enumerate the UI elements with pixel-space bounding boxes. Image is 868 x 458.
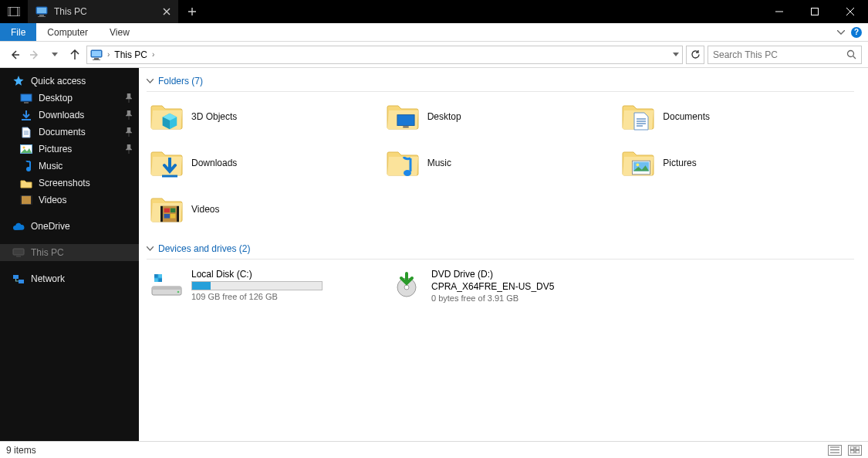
sidebar-label: This PC: [31, 247, 64, 258]
folder-item-3d-objects[interactable]: 3D Objects: [147, 98, 383, 135]
folder-label: Downloads: [191, 158, 237, 168]
svg-rect-19: [20, 195, 22, 205]
folder-label: Documents: [663, 111, 710, 122]
svg-point-16: [26, 167, 31, 171]
sidebar-item-label: Documents: [39, 127, 86, 137]
pictures-overlay-icon: [632, 158, 650, 177]
maximize-icon: [811, 8, 819, 15]
sidebar-item-pictures[interactable]: Pictures: [0, 141, 139, 158]
drive-info: Local Disk (C:)109 GB free of 126 GB: [191, 269, 323, 301]
music-icon: [20, 160, 32, 172]
folder-item-pictures[interactable]: Pictures: [618, 144, 854, 182]
sidebar-item-desktop[interactable]: Desktop: [0, 90, 139, 107]
group-header-drives[interactable]: Devices and drives (2): [147, 242, 854, 260]
svg-rect-34: [171, 209, 175, 213]
desktop-icon: [20, 92, 32, 104]
body: Quick access DesktopDownloadsDocumentsPi…: [0, 68, 868, 441]
svg-rect-5: [38, 16, 46, 17]
new-tab-button[interactable]: [178, 0, 206, 23]
status-item-count: 9 items: [6, 445, 36, 456]
drive-usage-bar: [191, 281, 323, 290]
cloud-icon: [12, 220, 25, 232]
pin-icon: [125, 93, 133, 103]
ribbon-expand-button[interactable]: [837, 30, 845, 35]
view-large-icons-button[interactable]: [848, 445, 862, 456]
group-header-label: Folders (7): [158, 76, 203, 87]
sidebar-item-videos[interactable]: Videos: [0, 192, 139, 209]
chevron-down-icon: [147, 79, 154, 83]
folder-icon: [621, 148, 655, 178]
folder-item-downloads[interactable]: Downloads: [147, 144, 383, 182]
sidebar-onedrive[interactable]: OneDrive: [0, 218, 139, 235]
svg-rect-22: [16, 256, 21, 257]
folder-item-desktop[interactable]: Desktop: [383, 98, 619, 135]
taskview-icon: [8, 7, 20, 16]
tab-close-button[interactable]: [163, 8, 171, 15]
sidebar-this-pc[interactable]: This PC: [0, 244, 139, 261]
plus-icon: [187, 7, 197, 16]
minimize-button[interactable]: [762, 0, 797, 23]
crumb-separator[interactable]: ›: [107, 50, 110, 59]
ribbon-file-label: File: [11, 27, 25, 38]
help-button[interactable]: ?: [851, 27, 862, 38]
forward-button[interactable]: [26, 46, 43, 63]
minimize-icon: [775, 8, 783, 15]
close-window-button[interactable]: [833, 0, 868, 23]
back-button[interactable]: [6, 46, 23, 63]
sidebar-item-label: Desktop: [39, 93, 73, 103]
ribbon-tab-computer[interactable]: Computer: [36, 23, 99, 41]
address-row: › This PC ›: [0, 42, 868, 68]
maximize-button[interactable]: [797, 0, 833, 23]
downloads-icon: [20, 109, 32, 121]
sidebar-quick-access[interactable]: Quick access: [0, 73, 139, 90]
address-bar[interactable]: › This PC ›: [86, 46, 683, 64]
folder-icon: [386, 148, 420, 178]
group-header-folders[interactable]: Folders (7): [147, 74, 854, 92]
svg-rect-21: [13, 249, 24, 255]
svg-rect-52: [856, 450, 860, 453]
arrow-up-icon: [69, 49, 80, 60]
svg-rect-10: [93, 59, 100, 60]
recent-locations-button[interactable]: [46, 46, 63, 63]
tab-active[interactable]: This PC: [28, 0, 178, 23]
sidebar-item-screenshots[interactable]: Screenshots: [0, 175, 139, 192]
sidebar-network[interactable]: Network: [0, 270, 139, 287]
address-dropdown-button[interactable]: [673, 53, 679, 56]
refresh-button[interactable]: [686, 46, 704, 64]
folder-item-videos[interactable]: Videos: [147, 191, 383, 228]
folder-item-documents[interactable]: Documents: [618, 98, 854, 135]
drive-info: DVD Drive (D:)CPRA_X64FRE_EN-US_DV50 byt…: [431, 269, 562, 303]
drive-free-space: 0 bytes free of 3.91 GB: [431, 293, 562, 303]
sidebar-item-documents[interactable]: Documents: [0, 124, 139, 141]
arrow-right-icon: [29, 49, 40, 60]
drive-item-dvd-drive-d-[interactable]: DVD Drive (D:)CPRA_X64FRE_EN-US_DV50 byt…: [387, 266, 614, 306]
search-input[interactable]: [713, 49, 842, 60]
chevron-down-icon: [837, 30, 845, 35]
up-button[interactable]: [66, 46, 83, 63]
taskview-button[interactable]: [0, 0, 28, 23]
nav-sidebar: Quick access DesktopDownloadsDocumentsPi…: [0, 68, 139, 441]
address-crumb[interactable]: This PC: [114, 49, 147, 60]
this-pc-icon: [12, 246, 25, 259]
sidebar-item-label: Videos: [39, 195, 66, 205]
folder-label: Desktop: [427, 111, 461, 122]
pictures-icon: [20, 143, 32, 155]
ribbon-tab-view[interactable]: View: [99, 23, 140, 41]
search-box[interactable]: [708, 46, 862, 64]
spacer: [0, 209, 139, 218]
crumb-separator[interactable]: ›: [152, 50, 154, 59]
view-details-button[interactable]: [828, 445, 842, 456]
sidebar-item-downloads[interactable]: Downloads: [0, 107, 139, 124]
folder-icon: [621, 101, 655, 132]
svg-rect-35: [164, 214, 170, 219]
svg-rect-26: [403, 126, 408, 127]
content-area[interactable]: Folders (7) 3D ObjectsDesktopDocumentsDo…: [139, 68, 868, 441]
folder-item-music[interactable]: Music: [383, 144, 619, 182]
sidebar-item-label: Screenshots: [39, 178, 90, 188]
ribbon-file-tab[interactable]: File: [0, 23, 36, 41]
sidebar-item-music[interactable]: Music: [0, 158, 139, 175]
drive-item-local-disk-c-[interactable]: Local Disk (C:)109 GB free of 126 GB: [147, 266, 374, 306]
svg-rect-1: [10, 7, 18, 16]
documents-icon: [20, 126, 32, 138]
window-controls: [762, 0, 868, 23]
